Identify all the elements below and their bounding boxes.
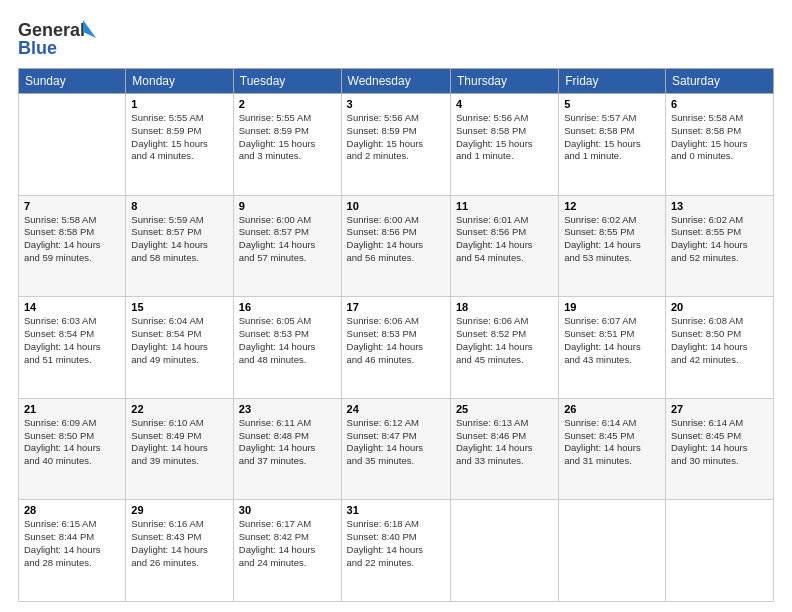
day-number: 3 bbox=[347, 98, 445, 110]
weekday-header-thursday: Thursday bbox=[451, 69, 559, 94]
page: GeneralBlue SundayMondayTuesdayWednesday… bbox=[0, 0, 792, 612]
day-info: Sunrise: 6:15 AM Sunset: 8:44 PM Dayligh… bbox=[24, 518, 120, 569]
calendar-table: SundayMondayTuesdayWednesdayThursdayFrid… bbox=[18, 68, 774, 602]
day-info: Sunrise: 5:56 AM Sunset: 8:58 PM Dayligh… bbox=[456, 112, 553, 163]
day-info: Sunrise: 6:01 AM Sunset: 8:56 PM Dayligh… bbox=[456, 214, 553, 265]
header: GeneralBlue bbox=[18, 18, 774, 58]
calendar-cell: 7Sunrise: 5:58 AM Sunset: 8:58 PM Daylig… bbox=[19, 195, 126, 297]
day-number: 4 bbox=[456, 98, 553, 110]
calendar-cell bbox=[19, 94, 126, 196]
week-row-1: 1Sunrise: 5:55 AM Sunset: 8:59 PM Daylig… bbox=[19, 94, 774, 196]
calendar-cell bbox=[451, 500, 559, 602]
day-info: Sunrise: 6:12 AM Sunset: 8:47 PM Dayligh… bbox=[347, 417, 445, 468]
calendar-cell: 25Sunrise: 6:13 AM Sunset: 8:46 PM Dayli… bbox=[451, 398, 559, 500]
day-info: Sunrise: 5:58 AM Sunset: 8:58 PM Dayligh… bbox=[24, 214, 120, 265]
calendar-cell: 30Sunrise: 6:17 AM Sunset: 8:42 PM Dayli… bbox=[233, 500, 341, 602]
day-info: Sunrise: 6:00 AM Sunset: 8:57 PM Dayligh… bbox=[239, 214, 336, 265]
logo-svg: GeneralBlue bbox=[18, 18, 98, 58]
day-info: Sunrise: 5:57 AM Sunset: 8:58 PM Dayligh… bbox=[564, 112, 660, 163]
calendar-cell: 10Sunrise: 6:00 AM Sunset: 8:56 PM Dayli… bbox=[341, 195, 450, 297]
calendar-cell: 16Sunrise: 6:05 AM Sunset: 8:53 PM Dayli… bbox=[233, 297, 341, 399]
calendar-cell: 15Sunrise: 6:04 AM Sunset: 8:54 PM Dayli… bbox=[126, 297, 233, 399]
day-info: Sunrise: 6:03 AM Sunset: 8:54 PM Dayligh… bbox=[24, 315, 120, 366]
calendar-cell: 8Sunrise: 5:59 AM Sunset: 8:57 PM Daylig… bbox=[126, 195, 233, 297]
day-info: Sunrise: 5:55 AM Sunset: 8:59 PM Dayligh… bbox=[239, 112, 336, 163]
day-number: 12 bbox=[564, 200, 660, 212]
week-row-4: 21Sunrise: 6:09 AM Sunset: 8:50 PM Dayli… bbox=[19, 398, 774, 500]
calendar-cell: 12Sunrise: 6:02 AM Sunset: 8:55 PM Dayli… bbox=[559, 195, 666, 297]
day-number: 10 bbox=[347, 200, 445, 212]
calendar-cell: 3Sunrise: 5:56 AM Sunset: 8:59 PM Daylig… bbox=[341, 94, 450, 196]
day-number: 11 bbox=[456, 200, 553, 212]
calendar-cell: 11Sunrise: 6:01 AM Sunset: 8:56 PM Dayli… bbox=[451, 195, 559, 297]
day-number: 22 bbox=[131, 403, 227, 415]
day-number: 19 bbox=[564, 301, 660, 313]
calendar-cell: 6Sunrise: 5:58 AM Sunset: 8:58 PM Daylig… bbox=[665, 94, 773, 196]
calendar-cell bbox=[559, 500, 666, 602]
calendar-cell bbox=[665, 500, 773, 602]
weekday-header-wednesday: Wednesday bbox=[341, 69, 450, 94]
week-row-3: 14Sunrise: 6:03 AM Sunset: 8:54 PM Dayli… bbox=[19, 297, 774, 399]
day-number: 15 bbox=[131, 301, 227, 313]
day-info: Sunrise: 6:00 AM Sunset: 8:56 PM Dayligh… bbox=[347, 214, 445, 265]
day-number: 14 bbox=[24, 301, 120, 313]
day-info: Sunrise: 5:59 AM Sunset: 8:57 PM Dayligh… bbox=[131, 214, 227, 265]
day-number: 26 bbox=[564, 403, 660, 415]
calendar-cell: 29Sunrise: 6:16 AM Sunset: 8:43 PM Dayli… bbox=[126, 500, 233, 602]
day-info: Sunrise: 6:08 AM Sunset: 8:50 PM Dayligh… bbox=[671, 315, 768, 366]
day-number: 24 bbox=[347, 403, 445, 415]
day-info: Sunrise: 6:11 AM Sunset: 8:48 PM Dayligh… bbox=[239, 417, 336, 468]
day-number: 16 bbox=[239, 301, 336, 313]
calendar-cell: 17Sunrise: 6:06 AM Sunset: 8:53 PM Dayli… bbox=[341, 297, 450, 399]
calendar-cell: 9Sunrise: 6:00 AM Sunset: 8:57 PM Daylig… bbox=[233, 195, 341, 297]
week-row-2: 7Sunrise: 5:58 AM Sunset: 8:58 PM Daylig… bbox=[19, 195, 774, 297]
weekday-header-monday: Monday bbox=[126, 69, 233, 94]
calendar-cell: 21Sunrise: 6:09 AM Sunset: 8:50 PM Dayli… bbox=[19, 398, 126, 500]
calendar-cell: 4Sunrise: 5:56 AM Sunset: 8:58 PM Daylig… bbox=[451, 94, 559, 196]
calendar-cell: 13Sunrise: 6:02 AM Sunset: 8:55 PM Dayli… bbox=[665, 195, 773, 297]
day-info: Sunrise: 6:09 AM Sunset: 8:50 PM Dayligh… bbox=[24, 417, 120, 468]
day-info: Sunrise: 6:04 AM Sunset: 8:54 PM Dayligh… bbox=[131, 315, 227, 366]
day-number: 2 bbox=[239, 98, 336, 110]
day-number: 25 bbox=[456, 403, 553, 415]
day-number: 29 bbox=[131, 504, 227, 516]
calendar-cell: 20Sunrise: 6:08 AM Sunset: 8:50 PM Dayli… bbox=[665, 297, 773, 399]
day-info: Sunrise: 6:14 AM Sunset: 8:45 PM Dayligh… bbox=[671, 417, 768, 468]
day-number: 1 bbox=[131, 98, 227, 110]
calendar-cell: 14Sunrise: 6:03 AM Sunset: 8:54 PM Dayli… bbox=[19, 297, 126, 399]
day-info: Sunrise: 6:02 AM Sunset: 8:55 PM Dayligh… bbox=[671, 214, 768, 265]
day-info: Sunrise: 6:13 AM Sunset: 8:46 PM Dayligh… bbox=[456, 417, 553, 468]
day-info: Sunrise: 6:18 AM Sunset: 8:40 PM Dayligh… bbox=[347, 518, 445, 569]
calendar-cell: 28Sunrise: 6:15 AM Sunset: 8:44 PM Dayli… bbox=[19, 500, 126, 602]
day-info: Sunrise: 6:02 AM Sunset: 8:55 PM Dayligh… bbox=[564, 214, 660, 265]
week-row-5: 28Sunrise: 6:15 AM Sunset: 8:44 PM Dayli… bbox=[19, 500, 774, 602]
day-number: 18 bbox=[456, 301, 553, 313]
day-info: Sunrise: 6:17 AM Sunset: 8:42 PM Dayligh… bbox=[239, 518, 336, 569]
day-info: Sunrise: 6:16 AM Sunset: 8:43 PM Dayligh… bbox=[131, 518, 227, 569]
day-number: 13 bbox=[671, 200, 768, 212]
day-info: Sunrise: 5:56 AM Sunset: 8:59 PM Dayligh… bbox=[347, 112, 445, 163]
calendar-cell: 24Sunrise: 6:12 AM Sunset: 8:47 PM Dayli… bbox=[341, 398, 450, 500]
day-number: 7 bbox=[24, 200, 120, 212]
calendar-cell: 23Sunrise: 6:11 AM Sunset: 8:48 PM Dayli… bbox=[233, 398, 341, 500]
day-info: Sunrise: 6:06 AM Sunset: 8:53 PM Dayligh… bbox=[347, 315, 445, 366]
day-info: Sunrise: 6:06 AM Sunset: 8:52 PM Dayligh… bbox=[456, 315, 553, 366]
day-info: Sunrise: 5:55 AM Sunset: 8:59 PM Dayligh… bbox=[131, 112, 227, 163]
day-number: 23 bbox=[239, 403, 336, 415]
logo: GeneralBlue bbox=[18, 18, 98, 58]
weekday-header-tuesday: Tuesday bbox=[233, 69, 341, 94]
day-info: Sunrise: 6:05 AM Sunset: 8:53 PM Dayligh… bbox=[239, 315, 336, 366]
weekday-header-row: SundayMondayTuesdayWednesdayThursdayFrid… bbox=[19, 69, 774, 94]
calendar-cell: 31Sunrise: 6:18 AM Sunset: 8:40 PM Dayli… bbox=[341, 500, 450, 602]
calendar-cell: 19Sunrise: 6:07 AM Sunset: 8:51 PM Dayli… bbox=[559, 297, 666, 399]
day-number: 17 bbox=[347, 301, 445, 313]
calendar-cell: 2Sunrise: 5:55 AM Sunset: 8:59 PM Daylig… bbox=[233, 94, 341, 196]
day-info: Sunrise: 6:14 AM Sunset: 8:45 PM Dayligh… bbox=[564, 417, 660, 468]
day-number: 5 bbox=[564, 98, 660, 110]
calendar-cell: 1Sunrise: 5:55 AM Sunset: 8:59 PM Daylig… bbox=[126, 94, 233, 196]
calendar-cell: 26Sunrise: 6:14 AM Sunset: 8:45 PM Dayli… bbox=[559, 398, 666, 500]
weekday-header-friday: Friday bbox=[559, 69, 666, 94]
calendar-cell: 22Sunrise: 6:10 AM Sunset: 8:49 PM Dayli… bbox=[126, 398, 233, 500]
day-number: 30 bbox=[239, 504, 336, 516]
day-number: 20 bbox=[671, 301, 768, 313]
